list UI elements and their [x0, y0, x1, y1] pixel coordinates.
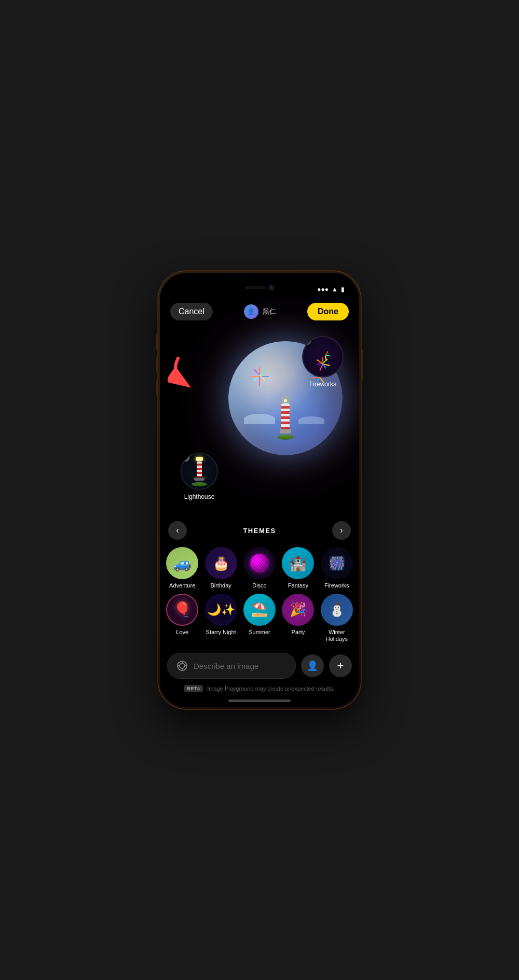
theme-label-summer: Summer — [249, 629, 270, 636]
battery-icon: ▮ — [341, 286, 345, 293]
svg-point-1 — [180, 663, 185, 668]
header: Cancel 👤 黑仁 Done — [160, 299, 359, 326]
lighthouse-label: Lighthouse — [184, 493, 215, 500]
fantasy-icon: 🏰 — [289, 555, 307, 572]
signal-icon: ●●● — [317, 286, 329, 293]
lighthouse-circle: − — [181, 453, 218, 490]
lh-ground — [192, 482, 207, 486]
input-bar: Describe an image 👤 + — [160, 648, 359, 684]
describe-input-container[interactable]: Describe an image — [167, 653, 296, 679]
theme-circle-party: 🎉 — [282, 594, 314, 626]
theme-circle-fantasy: 🏰 — [282, 547, 314, 579]
playground-icon — [176, 660, 188, 672]
theme-label-fantasy: Fantasy — [288, 582, 308, 589]
theme-circle-summer: ⛱️ — [243, 594, 276, 626]
theme-item-birthday[interactable]: 🎂 Birthday — [202, 547, 239, 589]
dynamic-island — [228, 279, 291, 297]
bottom-panel: ‹ THEMES › 🚙 Adventure � — [160, 516, 359, 707]
theme-label-disco: Disco — [252, 582, 267, 589]
winter-holidays-icon: ⛄ — [329, 601, 345, 618]
theme-item-fantasy[interactable]: 🏰 Fantasy — [280, 547, 316, 589]
person-icon: 👤 — [307, 660, 318, 671]
beta-notice: BETA Image Playground may create unexpec… — [160, 684, 359, 696]
theme-circle-starry-night: 🌙✨ — [205, 594, 237, 626]
theme-item-adventure[interactable]: 🚙 Adventure — [164, 547, 200, 589]
theme-item-party[interactable]: 🎉 Party — [280, 594, 316, 642]
themes-grid: 🚙 Adventure 🎂 Birthday — [160, 547, 359, 642]
lighthouse-remove-badge[interactable]: − — [181, 453, 191, 463]
theme-item-starry-night[interactable]: 🌙✨ Starry Night — [202, 594, 239, 642]
phone-frame: ●●● ▲ ▮ Cancel 👤 黑仁 Done — [158, 271, 361, 709]
fireworks-circle: − — [302, 336, 344, 377]
theme-circle-birthday: 🎂 — [205, 547, 237, 579]
lh-light — [196, 457, 203, 461]
theme-item-winter-holidays[interactable]: ⛄ Winter Holidays — [319, 594, 355, 642]
beta-text: Image Playground may create unexpected r… — [207, 685, 334, 692]
summer-icon: ⛱️ — [251, 601, 268, 618]
starry-night-icon: 🌙✨ — [207, 603, 235, 617]
avatar: 👤 — [244, 304, 258, 319]
fireworks-theme-icon: 🎆 — [329, 555, 345, 571]
home-indicator — [160, 696, 359, 707]
lh-base — [194, 478, 204, 481]
theme-circle-love: 🎈 — [166, 594, 198, 626]
lh-tower — [197, 461, 202, 477]
theme-label-adventure: Adventure — [169, 582, 195, 589]
fireworks-bubble[interactable]: − Firew — [302, 336, 344, 388]
camera — [269, 285, 274, 290]
describe-placeholder: Describe an image — [194, 662, 258, 670]
theme-label-love: Love — [176, 629, 188, 636]
fireworks-label: Fireworks — [309, 381, 336, 388]
theme-item-disco[interactable]: Disco — [241, 547, 278, 589]
canvas-area: − Firew — [160, 326, 359, 516]
themes-header: ‹ THEMES › — [160, 521, 359, 540]
theme-circle-disco — [243, 547, 276, 579]
love-icon: 🎈 — [173, 601, 192, 618]
theme-circle-fireworks: 🎆 — [321, 547, 353, 579]
adventure-icon: 🚙 — [173, 555, 192, 572]
theme-item-summer[interactable]: ⛱️ Summer — [241, 594, 278, 642]
person-button[interactable]: 👤 — [301, 654, 324, 677]
arrow-indicator — [168, 353, 204, 391]
plus-icon: + — [337, 659, 344, 673]
phone-screen: ●●● ▲ ▮ Cancel 👤 黑仁 Done — [160, 273, 359, 707]
plus-button[interactable]: + — [329, 654, 352, 677]
themes-prev-button[interactable]: ‹ — [168, 521, 187, 540]
theme-label-fireworks: Fireworks — [324, 582, 349, 589]
status-icons: ●●● ▲ ▮ — [317, 286, 345, 293]
themes-next-button[interactable]: › — [332, 521, 351, 540]
home-bar — [228, 699, 291, 702]
theme-circle-adventure: 🚙 — [166, 547, 198, 579]
birthday-icon: 🎂 — [213, 555, 229, 571]
lighthouse-small-icon — [192, 457, 207, 486]
disco-ball-icon — [250, 554, 269, 572]
theme-item-love[interactable]: 🎈 Love — [164, 594, 200, 642]
disco-lines — [250, 554, 269, 572]
themes-section: ‹ THEMES › 🚙 Adventure � — [160, 516, 359, 648]
theme-label-birthday: Birthday — [210, 582, 231, 589]
party-icon: 🎉 — [290, 601, 306, 618]
theme-circle-winter-holidays: ⛄ — [321, 594, 353, 626]
themes-title: THEMES — [243, 527, 276, 535]
theme-label-starry-night: Starry Night — [206, 629, 236, 636]
done-button[interactable]: Done — [307, 303, 349, 320]
cancel-button[interactable]: Cancel — [170, 303, 213, 320]
lighthouse-bubble[interactable]: − Lighthouse — [181, 453, 218, 500]
theme-label-winter-holidays: Winter Holidays — [319, 629, 355, 642]
theme-item-fireworks[interactable]: 🎆 Fireworks — [319, 547, 355, 589]
header-username: 黑仁 — [263, 307, 276, 316]
wifi-icon: ▲ — [332, 286, 338, 293]
theme-label-party: Party — [292, 629, 305, 636]
header-center: 👤 黑仁 — [244, 304, 276, 319]
beta-badge: BETA — [184, 685, 203, 692]
speaker — [245, 286, 266, 289]
